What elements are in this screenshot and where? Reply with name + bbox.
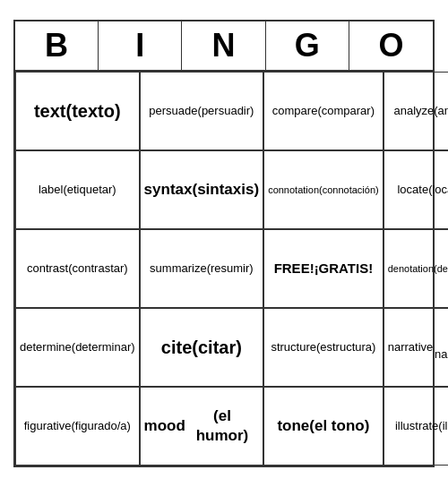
cell-text: (figurado/a)	[71, 419, 130, 434]
bingo-cell: denotation(denotación)	[383, 229, 448, 308]
bingo-cell: narrative(la narración)	[383, 308, 448, 387]
cell-text: (determinar)	[72, 340, 135, 355]
cell-text: illustrate	[395, 419, 438, 434]
cell-text: ¡GRATIS!	[314, 260, 374, 278]
cell-text: denotation	[388, 262, 434, 275]
bingo-cell: label(etiquetar)	[15, 150, 140, 229]
cell-text: summarize	[150, 261, 207, 277]
cell-text: (analizar)	[434, 104, 448, 119]
cell-text: structure	[271, 340, 316, 355]
cell-text: determine	[20, 340, 72, 355]
bingo-cell: determine(determinar)	[15, 308, 140, 387]
cell-text: compare	[272, 104, 318, 119]
header-letter: O	[349, 21, 433, 70]
cell-text: contrast	[27, 261, 68, 277]
bingo-header: BINGO	[15, 21, 433, 72]
bingo-cell: figurative(figurado/a)	[15, 387, 140, 466]
header-letter: B	[15, 21, 99, 70]
bingo-cell: cite(citar)	[140, 308, 264, 387]
cell-text: syntax	[144, 180, 193, 200]
bingo-cell: locate(localizar)	[383, 150, 448, 229]
cell-text: (citar)	[192, 336, 242, 359]
cell-text: figurative	[24, 419, 72, 434]
cell-text: FREE!	[274, 260, 314, 278]
cell-text: narrative	[388, 340, 434, 355]
cell-text: (etiquetar)	[63, 183, 116, 198]
bingo-cell: structure(estructura)	[263, 308, 383, 387]
cell-text: (denotación)	[434, 262, 448, 275]
cell-text: (ilustrar)	[438, 419, 448, 434]
bingo-cell: illustrate(ilustrar)	[383, 387, 448, 466]
bingo-cell: persuade(persuadir)	[140, 72, 264, 150]
bingo-cell: analyze(analizar)	[383, 72, 448, 150]
cell-text: (el humor)	[185, 406, 259, 446]
cell-text: (persuadir)	[198, 104, 254, 119]
cell-text: label	[39, 183, 63, 198]
header-letter: G	[266, 21, 349, 70]
bingo-cell: mood(el humor)	[140, 387, 264, 466]
cell-text: analyze	[393, 104, 434, 119]
cell-text: (comparar)	[317, 104, 375, 119]
bingo-cell: tone(el tono)	[263, 387, 383, 466]
cell-text: mood	[144, 416, 185, 436]
bingo-cell: summarize(resumir)	[140, 229, 264, 308]
cell-text: (sintaxis)	[192, 180, 259, 200]
cell-text: (localizar)	[428, 183, 448, 198]
cell-text: (el tono)	[309, 416, 369, 436]
bingo-cell: FREE!¡GRATIS!	[263, 229, 383, 308]
cell-text: connotation	[268, 184, 319, 196]
bingo-cell: text(texto)	[15, 72, 140, 150]
cell-text: (la narración)	[433, 332, 448, 363]
cell-text: locate	[397, 183, 428, 198]
cell-text: tone	[277, 416, 309, 436]
cell-text: persuade	[149, 104, 197, 119]
bingo-cell: syntax(sintaxis)	[140, 150, 264, 229]
cell-text: (estructura)	[316, 340, 375, 355]
cell-text: (contrastar)	[68, 261, 127, 277]
cell-text: (resumir)	[207, 261, 254, 277]
bingo-cell: contrast(contrastar)	[15, 229, 140, 308]
cell-text: (connotación)	[319, 184, 379, 196]
cell-text: cite	[161, 336, 192, 359]
bingo-grid: text(texto)persuade(persuadir)compare(co…	[15, 72, 433, 466]
bingo-cell: connotation(connotación)	[263, 150, 383, 229]
cell-text: (texto)	[66, 99, 121, 123]
bingo-card: BINGO text(texto)persuade(persuadir)comp…	[13, 20, 435, 467]
header-letter: I	[99, 21, 182, 70]
bingo-cell: compare(comparar)	[263, 72, 383, 150]
cell-text: text	[34, 99, 66, 123]
header-letter: N	[182, 21, 265, 70]
